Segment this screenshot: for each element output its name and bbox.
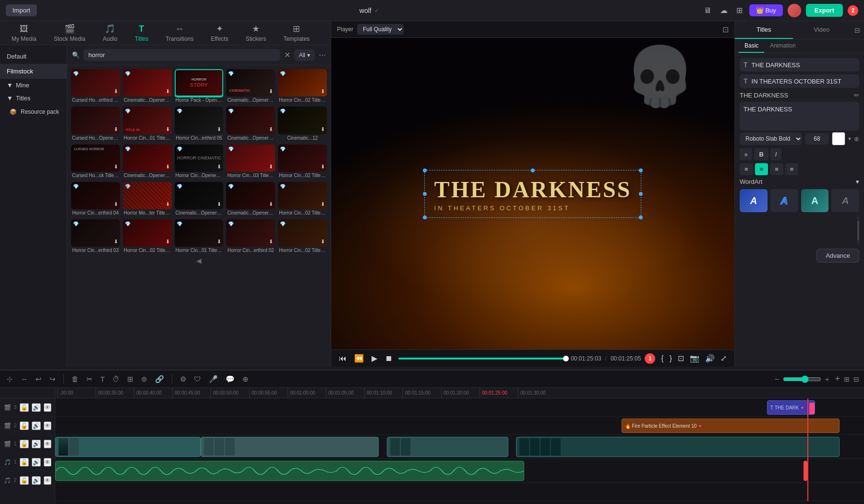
tl-copy-button[interactable]: ⊞	[125, 374, 135, 384]
wordart-item-4[interactable]: A	[831, 189, 859, 212]
list-item[interactable]: 💎 ⬇ Horror Cin...02 Title 01	[123, 219, 172, 254]
export-button[interactable]: Export	[806, 4, 843, 17]
audio-clip-1[interactable]	[55, 461, 524, 481]
list-item[interactable]: 💎 ⬇ Horror Cin...02 Title 08	[278, 144, 327, 179]
track-visibility-5-button[interactable]: 👁	[44, 476, 51, 485]
list-item[interactable]: 💎 ⬇ Cinematic...Opener 04	[175, 182, 224, 216]
zoom-slider[interactable]	[783, 375, 821, 383]
video-clip-2[interactable]	[201, 437, 379, 457]
track-lock-3-button[interactable]: 🔓	[20, 440, 29, 448]
tl-cut-tool[interactable]: ✂	[84, 374, 95, 384]
track-mute-4-button[interactable]: 🔊	[32, 458, 41, 467]
play-button[interactable]: ▶	[370, 353, 379, 364]
camera-icon-2[interactable]: 🎬	[4, 422, 11, 429]
list-item[interactable]: 💎 ⬇ CINEMATIC Cinematic...Opener 01	[226, 69, 275, 104]
import-button[interactable]: Import	[6, 4, 37, 16]
track-mute-5-button[interactable]: 🔊	[32, 476, 41, 485]
align-left-button[interactable]: ≡	[740, 163, 753, 175]
right-tab-titles[interactable]: Titles	[735, 21, 793, 39]
list-item[interactable]: 💎 ⬇ Horror Cin...01 Title 05	[175, 219, 224, 254]
track-mute-button[interactable]: 🔊	[32, 403, 41, 412]
track-visibility-2-button[interactable]: 👁	[44, 421, 51, 430]
bold-button[interactable]: B	[754, 148, 768, 160]
tl-panel-toggle[interactable]: ⊟	[853, 375, 859, 383]
preview-expand-button[interactable]: ⊡	[722, 25, 729, 34]
list-item[interactable]: 💎 ⬇ HORROR CINEMATIC Horror Cin...Opener…	[175, 144, 224, 179]
timeline-scroll-area[interactable]: -30:00 00:00:35:00 00:00:40:00 00:00:45:…	[55, 388, 864, 504]
audio-icon-2[interactable]: 🎵	[4, 477, 11, 484]
square-button[interactable]: ⏹	[383, 353, 395, 364]
tl-caption-button[interactable]: 💬	[224, 374, 237, 384]
scroll-left-icon[interactable]: ◀	[196, 257, 202, 264]
sidebar-section-titles[interactable]: ▼ Titles	[0, 92, 67, 105]
list-item[interactable]: 💎 ⬇ Cinematic...Opener 05	[123, 69, 172, 104]
align-justify-button[interactable]: ≡	[785, 163, 799, 175]
quality-select[interactable]: Full Quality 1/2 Quality 1/4 Quality	[357, 24, 404, 35]
more-options-button[interactable]: ···	[319, 50, 326, 60]
track-lock-2-button[interactable]: 🔓	[20, 421, 29, 430]
camera-icon[interactable]: 🎬	[4, 404, 11, 411]
preview-title-container[interactable]: THE DARKNESS IN THEATERS OCTOBER 31ST	[424, 170, 642, 218]
list-item[interactable]: 💎 ⬇ Horror Cin...03 Title 02	[226, 144, 275, 179]
sidebar-section-mine[interactable]: ▼ Mine	[0, 79, 67, 92]
tl-collab-button[interactable]: ⊕	[240, 374, 251, 384]
list-item[interactable]: 💎 ⬇ Horror Cin...erthird 03	[71, 219, 120, 254]
video-clip-4[interactable]	[516, 437, 840, 457]
list-item[interactable]: 💎 ⬇ TITLE 04 Horror Cin...01 Title 04	[123, 107, 172, 141]
list-item[interactable]: ⬇ CURSED HORROR Cursed Ho...ck Title 01	[71, 144, 120, 179]
eyedropper-icon[interactable]: ⊕	[854, 135, 859, 143]
list-item[interactable]: 💎 ⬇ Cinematic...Opener 07	[226, 182, 275, 216]
tab-stickers[interactable]: ★ Stickers	[238, 21, 274, 45]
video-clip-1[interactable]	[55, 437, 201, 457]
snapshot-button[interactable]: 📷	[688, 353, 701, 364]
tab-templates[interactable]: ⊞ Templates	[276, 21, 317, 45]
avatar[interactable]	[788, 4, 801, 17]
skip-back-button[interactable]: ⏮	[337, 353, 348, 364]
font-select[interactable]: Roboto Slab Bold	[740, 132, 802, 145]
search-input[interactable]	[84, 49, 280, 61]
tab-transitions[interactable]: ↔ Transitions	[158, 21, 201, 45]
tl-redo-button[interactable]: ↪	[48, 374, 58, 384]
advance-button[interactable]: Advance	[816, 249, 859, 263]
list-item[interactable]: ⬇ Cursed Ho...Opener 01	[71, 107, 120, 141]
mark-in-button[interactable]: {	[659, 353, 665, 364]
volume-button[interactable]: 🔊	[703, 353, 717, 364]
italic-button[interactable]: I	[770, 148, 782, 160]
text-item-sub[interactable]: T IN THEATERS OCTOBER 31ST	[740, 74, 859, 88]
tab-stock-media[interactable]: 🎬 Stock Media	[46, 21, 93, 45]
tab-audio[interactable]: 🎵 Audio	[95, 21, 125, 45]
tl-settings-button[interactable]: ⚙	[178, 374, 188, 384]
tl-delete-button[interactable]: 🗑	[70, 374, 81, 384]
wordart-item-2[interactable]: A	[770, 189, 798, 212]
list-item[interactable]: 💎 ⬇ Horror Mo...ter Title 02	[123, 182, 172, 216]
monitor-icon[interactable]: 🖥	[702, 4, 713, 17]
tl-zoom-out-button[interactable]: −	[773, 374, 781, 384]
track-visibility-button[interactable]: 👁	[44, 403, 51, 412]
tl-duration-button[interactable]: ⏱	[110, 374, 121, 384]
list-item[interactable]: 💎 ⬇ Horror Cin...erthird 02	[226, 219, 275, 254]
list-item[interactable]: 💎 ⬇ Cinematic...Opener 02	[123, 144, 172, 179]
tl-ripple-button[interactable]: ⊚	[139, 374, 149, 384]
text-edit-box[interactable]: THE DARKNESS	[740, 102, 859, 131]
expand-color-icon[interactable]: ▾	[848, 135, 851, 142]
track-visibility-3-button[interactable]: 👁	[44, 440, 51, 448]
filter-button[interactable]: All ▾	[294, 49, 315, 61]
track-mute-3-button[interactable]: 🔊	[32, 440, 41, 448]
list-item[interactable]: 💎 ⬇ Cinematic...12	[278, 107, 327, 141]
sub-tab-animation[interactable]: Animation	[764, 39, 801, 53]
camera-icon-3[interactable]: 🎬	[4, 441, 11, 447]
track-visibility-4-button[interactable]: 👁	[44, 458, 51, 467]
tl-grid-toggle[interactable]: ⊞	[844, 375, 850, 383]
fullscreen-button[interactable]: ⊡	[676, 353, 686, 364]
list-item[interactable]: 💎 ⬇ Horror Cin...erthird 04	[71, 182, 120, 216]
search-clear-button[interactable]: ✕	[284, 50, 290, 60]
track-mute-2-button[interactable]: 🔊	[32, 421, 41, 430]
sidebar-filmstock[interactable]: Filmstock	[0, 64, 67, 79]
align-center-button[interactable]: ≡	[755, 163, 768, 175]
sidebar-resource-pack[interactable]: 📦 Resource pack	[0, 105, 67, 119]
tab-effects[interactable]: ✦ Effects	[203, 21, 236, 45]
sub-tab-basic[interactable]: Basic	[739, 39, 764, 53]
color-swatch[interactable]	[832, 132, 845, 145]
edit-icon[interactable]: ✏	[854, 92, 859, 99]
list-item[interactable]: HORROR STORY Horror Pack - Opener 1	[175, 69, 224, 104]
